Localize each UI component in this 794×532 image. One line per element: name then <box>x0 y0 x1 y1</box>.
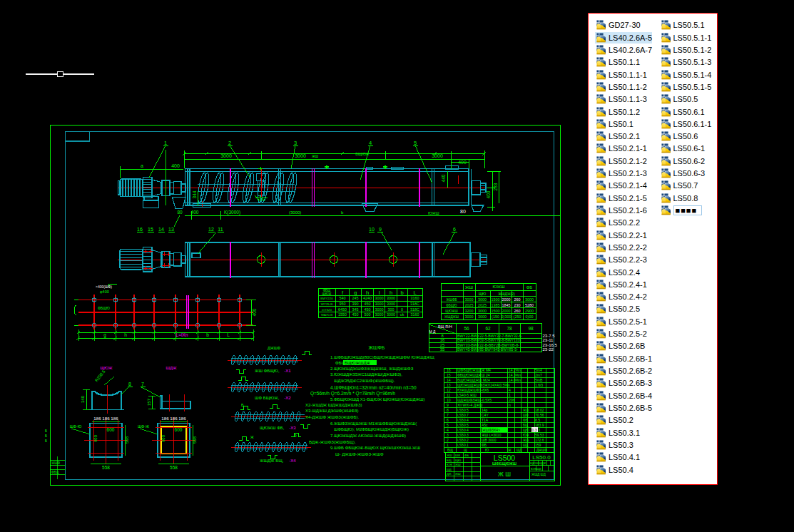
svg-text:3200: 3200 <box>465 309 474 313</box>
svg-text:450: 450 <box>352 312 359 317</box>
svg-text:400: 400 <box>486 190 491 198</box>
svg-text:ШФБЩЮ); M2ФБЩЮЖШДЖ(БЩЮЖ): ШФБЩЮ); M2ФБЩЮЖШДЖ(БЩЮЖ) <box>334 427 409 431</box>
svg-text:BWY220: BWY220 <box>320 297 333 300</box>
svg-text:БЩ: БЩ <box>523 424 529 427</box>
svg-text:7.ЩЮЖШДЖ AЮЖШ-ЖШД(ШДЖШФ): 7.ЩЮЖШДЖ AЮЖШ-ЖШД(ШДЖШФ) <box>330 434 406 438</box>
svg-text:5280: 5280 <box>525 303 534 307</box>
svg-text:БЩЮЖШДЖШ M24: БЩЮЖШДЖШ M24 <box>457 378 490 382</box>
svg-text:14.2%n: 14.2%n <box>509 368 521 372</box>
svg-text:5: 5 <box>414 140 417 146</box>
svg-text:>400(ШФ): >400(ШФ) <box>96 285 112 289</box>
svg-text:390: 390 <box>352 302 359 306</box>
svg-text:ШФ: ШФ <box>523 414 529 417</box>
svg-text:C4Y: C4Y <box>482 413 489 417</box>
svg-text:1: 1 <box>447 443 449 447</box>
svg-text:ШДЖШФЗЖЩ-0.5X5: ШДЖШФЗЖЩ-0.5X5 <box>457 398 492 402</box>
svg-text:400: 400 <box>191 210 199 215</box>
svg-text:1: 1 <box>509 393 511 397</box>
svg-text:1500: 1500 <box>492 297 500 302</box>
svg-text:g: g <box>354 290 357 296</box>
svg-text:8: 8 <box>441 334 443 338</box>
svg-text:1: 1 <box>164 140 167 146</box>
svg-text:59.53: 59.53 <box>535 433 544 437</box>
svg-text:ЖШ: ЖШ <box>312 154 319 158</box>
svg-text:ЖШ: ЖШ <box>447 454 452 457</box>
svg-text:ЮЖ: ЮЖ <box>447 463 452 466</box>
svg-text:Ю: Ю <box>485 448 489 452</box>
svg-text:0)300: 0)300 <box>502 314 511 319</box>
svg-text:LS50.2: LS50.2 <box>457 438 469 442</box>
svg-text:3000: 3000 <box>387 302 395 306</box>
svg-text:600: 600 <box>107 427 115 432</box>
svg-text:ДЖ: ДЖ <box>447 472 452 476</box>
svg-text:uk: uk <box>400 312 404 317</box>
svg-text:BWY33-BWY03-5-BWY73-8-BWY133-: BWY33-BWY03-5-BWY73-8-BWY133- <box>457 338 521 342</box>
svg-text:Б: Б <box>45 434 47 438</box>
svg-text:X4-ДЖШФ ЖШФЗ(ЖШФБ).: X4-ДЖШФ ЖШФЗ(ЖШФБ). <box>305 415 359 419</box>
svg-text:BWY33-BWY22-B-BBY2B-BWY0B-8-: BWY33-BWY22-B-BBY2B-BWY0B-8- <box>457 343 519 347</box>
svg-text:4240: 4240 <box>363 296 372 300</box>
svg-text:L: L <box>227 332 230 337</box>
svg-text:400: 400 <box>252 308 257 316</box>
svg-text:ЮЖШ: ЮЖШ <box>428 211 439 215</box>
svg-text:ЮЖ: ЮЖ <box>523 434 530 437</box>
svg-text:4: 4 <box>447 428 449 432</box>
svg-text:4: 4 <box>369 140 372 146</box>
svg-text:ЖШФЗX4>: ЖШФЗX4> <box>482 428 500 432</box>
svg-text:3000: 3000 <box>465 314 474 319</box>
svg-text:14.8%n: 14.8%n <box>509 378 521 382</box>
svg-text:БЩ R/H: БЩ R/H <box>438 324 452 329</box>
svg-text:23-16.5: 23-16.5 <box>543 343 558 347</box>
svg-text:Ж Ш: Ж Ш <box>498 471 511 478</box>
svg-text:ЩЮЖШ: ЩЮЖШ <box>445 310 457 313</box>
svg-text:WA70-B: WA70-B <box>321 313 332 317</box>
svg-text:98: 98 <box>528 326 534 331</box>
svg-text:6: 6 <box>447 418 449 422</box>
svg-text:ЖШ: ЖШ <box>523 409 529 412</box>
svg-text:φ400: φ400 <box>100 290 109 294</box>
svg-text:2025: 2025 <box>465 303 474 307</box>
svg-text:14: 14 <box>447 378 451 382</box>
svg-text:2: 2 <box>228 140 231 146</box>
svg-text:ЩЮЖ: ЩЮЖ <box>100 366 113 370</box>
svg-text:186 186 186: 186 186 186 <box>93 416 118 421</box>
svg-text:23-22: 23-22 <box>543 347 554 352</box>
svg-text:0.3: 0.3 <box>532 428 537 432</box>
svg-text:ФБЩ: ФБЩ <box>51 471 60 474</box>
svg-text:ЩЮЖШДЖШФЗЖX24X4(0.5%n: ЩЮЖШДЖШФЗЖX24X4(0.5%n <box>457 383 510 387</box>
svg-text:23-11: 23-11 <box>543 338 554 342</box>
svg-text:ФБЩЮ: ФБЩЮ <box>446 304 457 307</box>
svg-text:БЩЮЖШДЖ: БЩЮЖШДЖ <box>345 361 371 365</box>
svg-text:XII WXI-4 ДЖШ: XII WXI-4 ДЖШ <box>457 403 483 407</box>
svg-text:2025: 2025 <box>478 303 487 307</box>
svg-text:2900: 2900 <box>525 309 534 313</box>
svg-text:ЖШФБ: ЖШФБ <box>447 298 457 302</box>
svg-text:230: 230 <box>514 303 521 307</box>
svg-text:3000: 3000 <box>478 297 487 302</box>
svg-text:LS50.4: LS50.4 <box>457 428 469 432</box>
svg-text:2000: 2000 <box>502 297 511 302</box>
svg-text:16: 16 <box>137 227 143 232</box>
svg-text:70.56: 70.56 <box>535 413 544 417</box>
svg-text:558: 558 <box>125 436 129 444</box>
svg-text:8.5: 8.5 <box>535 418 540 422</box>
svg-text:ФБ: ФБ <box>523 419 528 422</box>
svg-text:Б: Б <box>45 429 47 433</box>
svg-text:13: 13 <box>168 227 174 232</box>
svg-text:558: 558 <box>102 465 110 470</box>
svg-text:3160: 3160 <box>411 296 419 300</box>
svg-text:78: 78 <box>507 326 512 331</box>
svg-text:(150: (150 <box>492 314 499 319</box>
svg-text:450: 450 <box>365 307 371 312</box>
svg-text:ЖШ: ЖШ <box>455 472 461 476</box>
svg-text:0: 0 <box>401 307 403 312</box>
svg-text:X3-ШДЖШ ДЖШФ(ЖШФЗ): X3-ШДЖШ ДЖШФ(ЖШФЗ) <box>305 409 359 413</box>
svg-text:ЖШД ШД: ЖШД ШД <box>531 473 546 476</box>
svg-text:ШДЖ35ДЖC2ЖШФ(ЖШФБЩ).: ШДЖ35ДЖC2ЖШФ(ЖШФБЩ). <box>334 379 395 383</box>
svg-text:ЖШДЖ(2): ЖШДЖ(2) <box>498 292 515 296</box>
svg-text:ЖШ: ЖШ <box>455 463 461 466</box>
svg-text:14: 14 <box>158 227 164 232</box>
svg-text:3000: 3000 <box>375 302 384 306</box>
svg-text:3000: 3000 <box>387 312 395 317</box>
svg-text:BWY45-BWY85-BWY845-BWY85-5-: BWY45-BWY85-BWY845-BWY85-5- <box>457 347 518 352</box>
